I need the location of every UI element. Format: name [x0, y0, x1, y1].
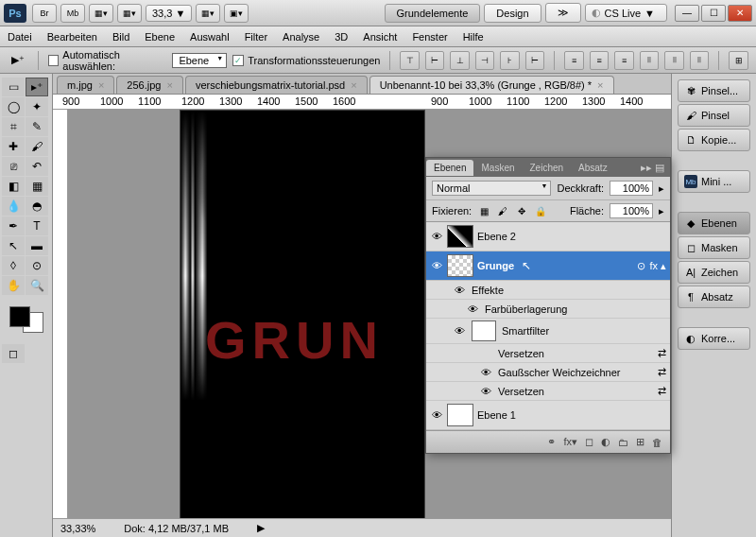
align-left[interactable]: ⊣: [475, 51, 495, 70]
visibility-icon[interactable]: 👁: [479, 367, 492, 378]
heal-tool[interactable]: ✚: [2, 137, 25, 156]
menu-hilfe[interactable]: Hilfe: [463, 31, 484, 43]
trash-icon[interactable]: 🗑: [652, 437, 662, 448]
sub-effekte[interactable]: 👁Effekte: [426, 281, 670, 300]
panel-tab-masken[interactable]: Masken: [473, 160, 522, 176]
align-vmid[interactable]: ⊢: [425, 51, 445, 70]
camera-tool[interactable]: ⊙: [26, 256, 48, 275]
distribute-4[interactable]: ⫴: [640, 51, 660, 70]
panel-menu-icon[interactable]: ▸▸ ▤: [635, 162, 670, 174]
brush-tool[interactable]: 🖌: [26, 137, 48, 156]
distribute-6[interactable]: ⫴: [690, 51, 710, 70]
gradient-tool[interactable]: ▦: [26, 177, 48, 196]
extra-button[interactable]: ▦▾: [117, 4, 142, 23]
visibility-icon[interactable]: 👁: [466, 303, 479, 315]
fx-add-icon[interactable]: fx▾: [563, 436, 577, 448]
zoom-tool[interactable]: 🔍: [26, 276, 48, 295]
new-layer-icon[interactable]: ⊞: [636, 436, 644, 448]
menu-bild[interactable]: Bild: [112, 31, 129, 43]
history-brush-tool[interactable]: ↶: [26, 157, 48, 176]
quickmask-tool[interactable]: ◻: [2, 344, 25, 363]
filter-edit-icon[interactable]: ⇄: [658, 347, 666, 359]
auto-select-check[interactable]: Automatisch auswählen:: [48, 49, 166, 72]
distribute-3[interactable]: ≡: [614, 51, 634, 70]
auto-align[interactable]: ⊞: [729, 51, 748, 70]
arrange-button[interactable]: ▣▾: [224, 4, 249, 23]
sub-gauss[interactable]: 👁Gaußscher Weichzeichner⇄: [426, 363, 670, 382]
distribute-2[interactable]: ≡: [590, 51, 610, 70]
lasso-tool[interactable]: ◯: [2, 97, 25, 116]
wand-tool[interactable]: ✦: [26, 97, 48, 116]
menu-bearbeiten[interactable]: Bearbeiten: [47, 31, 97, 43]
panel-tab-ebenen[interactable]: Ebenen: [426, 160, 473, 176]
dodge-tool[interactable]: ◓: [26, 197, 48, 216]
menu-auswahl[interactable]: Auswahl: [190, 31, 230, 43]
menu-ansicht[interactable]: Ansicht: [363, 31, 397, 43]
type-tool[interactable]: T: [26, 217, 48, 235]
layer-ebene1[interactable]: 👁Ebene 1: [426, 401, 670, 430]
lock-position-icon[interactable]: ✥: [515, 204, 528, 217]
close-icon[interactable]: ×: [98, 79, 104, 91]
hand-mode-button[interactable]: ▦▾: [196, 4, 220, 23]
doc-tab-0[interactable]: m.jpg×: [57, 76, 114, 94]
dock-pinsel-preset[interactable]: ✾Pinsel...: [678, 79, 750, 102]
align-bottom[interactable]: ⊥: [450, 51, 470, 70]
align-hmid[interactable]: ⊦: [500, 51, 520, 70]
transform-controls-check[interactable]: ✓Transformationssteuerungen: [232, 55, 380, 66]
fx-icon[interactable]: fx ▴: [649, 260, 666, 272]
visibility-icon[interactable]: 👁: [479, 386, 492, 397]
lock-pixels-icon[interactable]: 🖌: [496, 204, 509, 217]
fill-input[interactable]: 100%: [610, 203, 653, 218]
workspace-more[interactable]: ≫: [545, 3, 581, 23]
close-icon[interactable]: ×: [166, 79, 172, 91]
close-icon[interactable]: ×: [597, 79, 603, 91]
close-button[interactable]: ✕: [728, 5, 752, 22]
fill-arrow-icon[interactable]: ▸: [659, 205, 664, 217]
link-icon[interactable]: ⚭: [547, 436, 556, 448]
dock-mini[interactable]: MbMini ...: [678, 170, 750, 193]
maximize-button[interactable]: ☐: [701, 5, 726, 22]
mask-icon[interactable]: ◻: [585, 436, 593, 448]
opacity-arrow-icon[interactable]: ▸: [659, 182, 664, 195]
menu-fenster[interactable]: Fenster: [412, 31, 447, 43]
pen-tool[interactable]: ✒: [2, 217, 25, 235]
menu-ebene[interactable]: Ebene: [145, 31, 175, 43]
minimize-button[interactable]: —: [675, 5, 699, 22]
sub-versetzen1[interactable]: Versetzen⇄: [426, 344, 670, 363]
eraser-tool[interactable]: ◧: [2, 177, 25, 196]
sub-smartfilter[interactable]: 👁Smartfilter: [426, 319, 670, 344]
dock-kopie[interactable]: 🗋Kopie...: [678, 129, 750, 151]
layer-grunge[interactable]: 👁Grunge↖⊙fx ▴: [426, 251, 670, 281]
dock-absatz[interactable]: ¶Absatz: [678, 286, 750, 308]
lock-transparent-icon[interactable]: ▦: [477, 204, 490, 217]
blur-tool[interactable]: 💧: [2, 197, 25, 216]
group-icon[interactable]: 🗀: [618, 437, 628, 448]
canvas[interactable]: GRUN: [180, 110, 425, 518]
zoom-dropdown[interactable]: 33,3 ▼: [146, 5, 192, 22]
doc-tab-3[interactable]: Unbenannt-10 bei 33,3% (Grunge , RGB/8#)…: [369, 76, 614, 94]
layer-ebene2[interactable]: 👁Ebene 2: [426, 222, 670, 251]
lock-all-icon[interactable]: 🔒: [534, 204, 547, 217]
visibility-icon[interactable]: 👁: [453, 325, 466, 337]
opacity-input[interactable]: 100%: [610, 181, 653, 196]
3d-tool[interactable]: ◊: [2, 256, 25, 275]
adjustment-icon[interactable]: ◐: [601, 436, 610, 448]
blend-mode-dropdown[interactable]: Normal: [432, 181, 551, 196]
menu-datei[interactable]: Datei: [8, 31, 32, 43]
distribute-5[interactable]: ⫴: [664, 51, 684, 70]
distribute-1[interactable]: ≡: [564, 51, 584, 70]
auto-select-target[interactable]: Ebene: [172, 53, 227, 68]
path-tool[interactable]: ↖: [2, 236, 25, 255]
visibility-icon[interactable]: 👁: [453, 285, 466, 296]
minibridge-button[interactable]: Mb: [60, 4, 85, 23]
hand-tool[interactable]: ✋: [2, 276, 25, 295]
menu-filter[interactable]: Filter: [245, 31, 267, 43]
cslive-button[interactable]: CS Live ▼: [585, 4, 667, 22]
menu-3d[interactable]: 3D: [335, 31, 348, 43]
dock-masken[interactable]: ◻Masken: [678, 236, 750, 259]
doc-tab-1[interactable]: 256.jpg×: [116, 76, 183, 94]
shape-tool[interactable]: ▬: [26, 236, 48, 255]
dock-pinsel[interactable]: 🖌Pinsel: [678, 104, 750, 127]
visibility-icon[interactable]: 👁: [430, 260, 443, 271]
close-icon[interactable]: ×: [351, 79, 356, 91]
